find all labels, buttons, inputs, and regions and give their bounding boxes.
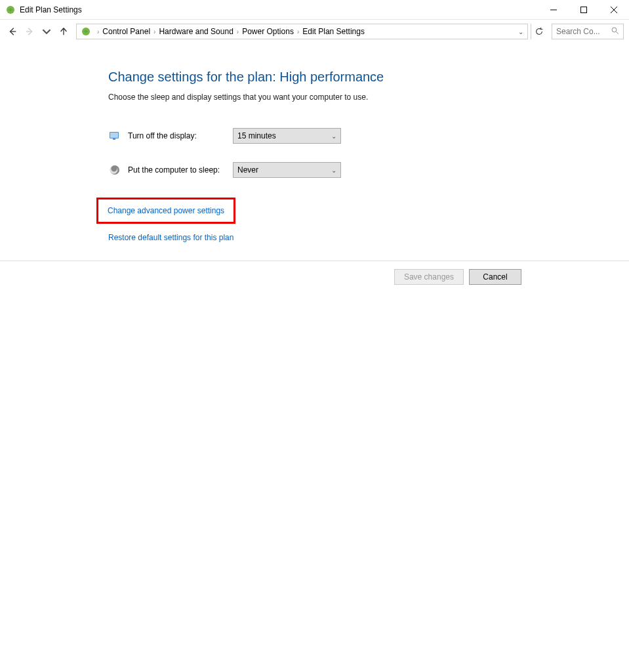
svg-rect-12 xyxy=(113,138,115,140)
highlight-box: Change advanced power settings xyxy=(96,198,235,224)
links-block: Change advanced power settings Restore d… xyxy=(108,198,629,242)
chevron-down-icon[interactable]: ⌄ xyxy=(518,28,523,35)
sleep-label: Put the computer to sleep: xyxy=(128,165,233,175)
titlebar: Edit Plan Settings xyxy=(0,0,629,20)
search-box[interactable] xyxy=(552,24,624,39)
svg-line-9 xyxy=(617,32,619,33)
breadcrumb: › Control Panel › Hardware and Sound › P… xyxy=(94,27,365,36)
breadcrumb-item[interactable]: Control Panel xyxy=(102,27,150,36)
chevron-down-icon: ⌄ xyxy=(331,167,336,174)
back-button[interactable] xyxy=(5,24,20,39)
content-area: Change settings for the plan: High perfo… xyxy=(0,43,629,242)
maximize-button[interactable] xyxy=(569,0,599,20)
recent-dropdown[interactable] xyxy=(39,24,54,39)
power-options-icon xyxy=(5,5,16,15)
page-subtitle: Choose the sleep and display settings th… xyxy=(108,93,629,102)
window-title: Edit Plan Settings xyxy=(20,5,82,14)
monitor-icon xyxy=(108,129,121,142)
breadcrumb-item[interactable]: Edit Plan Settings xyxy=(302,27,365,36)
svg-point-8 xyxy=(612,28,617,32)
svg-rect-11 xyxy=(110,133,118,138)
dropdown-value: 15 minutes xyxy=(237,131,331,140)
advanced-settings-link[interactable]: Change advanced power settings xyxy=(108,206,224,215)
up-button[interactable] xyxy=(56,24,71,39)
page-title: Change settings for the plan: High perfo… xyxy=(108,70,629,85)
display-off-row: Turn off the display: 15 minutes ⌄ xyxy=(108,128,629,144)
breadcrumb-item[interactable]: Power Options xyxy=(242,27,294,36)
search-icon[interactable] xyxy=(611,27,619,37)
search-input[interactable] xyxy=(556,27,611,36)
forward-button[interactable] xyxy=(22,24,37,39)
sleep-dropdown[interactable]: Never ⌄ xyxy=(233,162,341,178)
minimize-button[interactable] xyxy=(538,0,569,20)
cancel-button[interactable]: Cancel xyxy=(469,269,521,285)
chevron-right-icon[interactable]: › xyxy=(237,28,239,35)
window-controls xyxy=(538,0,629,20)
power-options-icon xyxy=(81,26,91,37)
chevron-right-icon[interactable]: › xyxy=(297,28,299,35)
display-off-label: Turn off the display: xyxy=(128,131,233,140)
chevron-right-icon[interactable]: › xyxy=(153,28,155,35)
sleep-row: Put the computer to sleep: Never ⌄ xyxy=(108,162,629,178)
save-button[interactable]: Save changes xyxy=(394,269,464,285)
footer: Save changes Cancel xyxy=(0,261,629,285)
close-button[interactable] xyxy=(599,0,629,20)
navbar: › Control Panel › Hardware and Sound › P… xyxy=(0,20,629,43)
chevron-down-icon: ⌄ xyxy=(331,133,336,140)
breadcrumb-item[interactable]: Hardware and Sound xyxy=(159,27,233,36)
addressbar[interactable]: › Control Panel › Hardware and Sound › P… xyxy=(76,24,528,39)
dropdown-value: Never xyxy=(237,165,331,175)
svg-rect-2 xyxy=(581,7,587,12)
refresh-button[interactable] xyxy=(531,24,546,39)
restore-defaults-link[interactable]: Restore default settings for this plan xyxy=(108,233,233,242)
chevron-right-icon[interactable]: › xyxy=(97,28,99,35)
display-off-dropdown[interactable]: 15 minutes ⌄ xyxy=(233,128,341,144)
sleep-icon xyxy=(108,163,121,177)
